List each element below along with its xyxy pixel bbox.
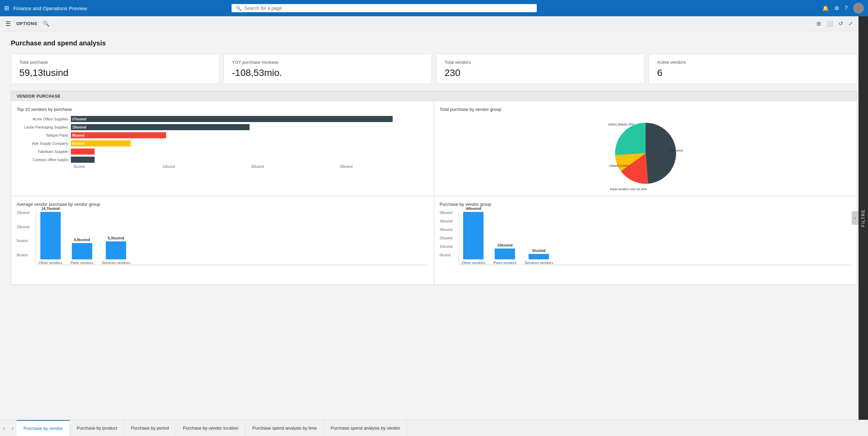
x-axis-label: 20tusind: [251, 165, 340, 169]
filter-arrow[interactable]: ‹: [852, 211, 859, 225]
kpi-row: Total purchase 59,13tusind YOY purchase …: [11, 54, 857, 84]
options-label: OPTIONS: [16, 21, 37, 26]
col-label: Services vendors: [525, 261, 553, 265]
col-value: 5tusind: [532, 249, 546, 253]
settings-icon[interactable]: ⚙: [834, 5, 839, 12]
bar-fill: 15tusind: [71, 124, 250, 130]
nav-right: 🔔 ⚙ ?: [822, 3, 864, 14]
col-label: Parts vendors: [71, 261, 94, 265]
layout-icon[interactable]: ⊞: [816, 20, 821, 27]
bar-axis: 0tusind10tusind20tusind30tusind: [74, 165, 429, 169]
tab-period[interactable]: Purchase by period: [124, 420, 176, 436]
kpi-total-purchase: Total purchase 59,13tusind: [11, 54, 219, 84]
bar-fill: 5tusind: [71, 140, 131, 146]
kpi-value-1: -108,53mio.: [232, 67, 423, 78]
charts-bottom-row: Average vendor purchase by vendor group …: [11, 196, 857, 284]
bar-label: Ade Supply Company: [17, 141, 71, 145]
col-bar[interactable]: [72, 243, 92, 259]
kpi-yoy: YOY purchase increase -108,53mio.: [223, 54, 432, 84]
search-input[interactable]: [244, 5, 533, 11]
pie-label: Parts vendors USA 16,36%: [610, 187, 647, 191]
tab-location[interactable]: Purchase by vendor location: [176, 420, 245, 436]
col-bar[interactable]: [106, 241, 126, 259]
kpi-value-2: 230: [445, 67, 636, 78]
col-group: 5,3tusindServices vendors: [102, 236, 130, 265]
bar-wrapper: [71, 148, 429, 155]
avg-bars: 14,7tusindOther vendors4,8tusindParts ve…: [36, 211, 429, 265]
pie-segment[interactable]: [646, 123, 676, 184]
top10-panel: Top 10 vendors by purchase Acme Office S…: [11, 101, 434, 196]
y-axis-label: 15tusind: [17, 211, 29, 215]
pie-label: Other vendors (Blank) 26%: [608, 123, 634, 126]
bar-fill: 8tusind: [71, 132, 166, 138]
tab-items: Purchase by vendorPurchase by productPur…: [17, 420, 407, 436]
pie-container: Other vendors USA 48,69%Parts vendors US…: [440, 116, 852, 191]
bar-fill: 27tusind: [71, 116, 393, 122]
bar-label: Acme Office Supplies: [17, 117, 71, 121]
by-group-bars: 44tusindOther vendors10tusindParts vendo…: [459, 211, 852, 265]
bar-item: Ade Supply Company 5tusind: [17, 140, 429, 146]
tab-prev-arrow[interactable]: ‹: [0, 420, 8, 436]
pie-title: Total purchase by vendor group: [440, 107, 852, 112]
avg-panel: Average vendor purchase by vendor group …: [11, 196, 434, 284]
pie-panel: Total purchase by vendor group Other ven…: [434, 101, 857, 196]
kpi-active-vendors: Active vendors 6: [649, 54, 857, 84]
y-axis-label: 50tusind: [440, 211, 453, 215]
x-axis-label: 30tusind: [340, 165, 429, 169]
avatar[interactable]: [853, 3, 864, 14]
col-bar[interactable]: [529, 254, 549, 259]
col-label: Other vendors: [39, 261, 62, 265]
refresh-icon[interactable]: ↺: [839, 20, 843, 27]
notification-icon[interactable]: 🔔: [822, 5, 829, 12]
pie-label: Services vendors (Blank) 8,94%: [608, 164, 629, 167]
col-bar[interactable]: [463, 212, 484, 259]
bar-item: Contoso office supply: [17, 157, 429, 163]
bar-label: Lande Packaging Supplies: [17, 125, 71, 129]
bar-wrapper: [71, 157, 429, 163]
avg-chart-wrapper: 15tusind10tusind5tusind0tusind 14,7tusin…: [17, 211, 429, 265]
filter-panel[interactable]: FILTRE: [859, 16, 868, 420]
help-icon[interactable]: ?: [845, 5, 848, 11]
secondary-toolbar: ☰ OPTIONS 🔍 ⊞ ⬜ ↺ ⤢ ✕: [0, 16, 868, 31]
avg-y-axis: 15tusind10tusind5tusind0tusind: [17, 211, 29, 257]
toolbar-search-icon[interactable]: 🔍: [43, 20, 50, 27]
grid-icon[interactable]: ⊞: [4, 4, 9, 12]
bar-item: Lande Packaging Supplies 15tusind: [17, 124, 429, 130]
tab-vendor[interactable]: Purchase by vendor: [17, 420, 70, 436]
by-group-chart-wrapper: 50tusind40tusind30tusind20tusind10tusind…: [440, 211, 852, 265]
col-value: 4,8tusind: [74, 238, 90, 242]
kpi-value-0: 59,13tusind: [19, 67, 211, 78]
bar-label: Contoso office supply: [17, 158, 71, 162]
bar-wrapper: 15tusind: [71, 124, 429, 130]
search-bar[interactable]: 🔍: [232, 4, 537, 12]
kpi-label-0: Total purchase: [19, 60, 211, 65]
tab-vendor2[interactable]: Purchase spend analysis by vendor: [324, 420, 407, 436]
bar-wrapper: 8tusind: [71, 132, 429, 138]
avg-title: Average vendor purchase by vendor group: [17, 202, 429, 207]
by-group-y-axis: 50tusind40tusind30tusind20tusind10tusind…: [440, 211, 453, 257]
col-bar[interactable]: [495, 249, 515, 259]
filter-label: FILTRE: [861, 209, 866, 227]
tab-bar: ‹ › Purchase by vendorPurchase by produc…: [0, 420, 868, 436]
top10-title: Top 10 vendors by purchase: [17, 107, 429, 112]
tab-next-arrow[interactable]: ›: [8, 420, 17, 436]
bar-fill: [71, 148, 95, 155]
pie-segment[interactable]: [615, 123, 646, 155]
open-icon[interactable]: ⬜: [826, 20, 833, 27]
x-axis-label: 0tusind: [74, 165, 162, 169]
bar-item: Acme Office Supplies 27tusind: [17, 116, 429, 122]
y-axis-label: 30tusind: [440, 228, 453, 232]
y-axis-label: 20tusind: [440, 236, 453, 240]
tab-time[interactable]: Purchase spend analysis by time: [245, 420, 324, 436]
x-axis-label: 10tusind: [162, 165, 251, 169]
bar-label: Tailspin Parts: [17, 133, 71, 137]
y-axis-label: 10tusind: [440, 245, 453, 249]
col-bar[interactable]: [40, 212, 61, 259]
pie-label: Other vendors USA 48,69%: [667, 149, 683, 152]
expand-icon[interactable]: ⤢: [848, 20, 853, 27]
col-group: 44tusindOther vendors: [462, 206, 486, 265]
col-label: Other vendors: [462, 261, 486, 265]
tab-product[interactable]: Purchase by product: [70, 420, 124, 436]
hamburger-icon[interactable]: ☰: [5, 20, 11, 27]
kpi-label-3: Active vendors: [657, 60, 849, 65]
